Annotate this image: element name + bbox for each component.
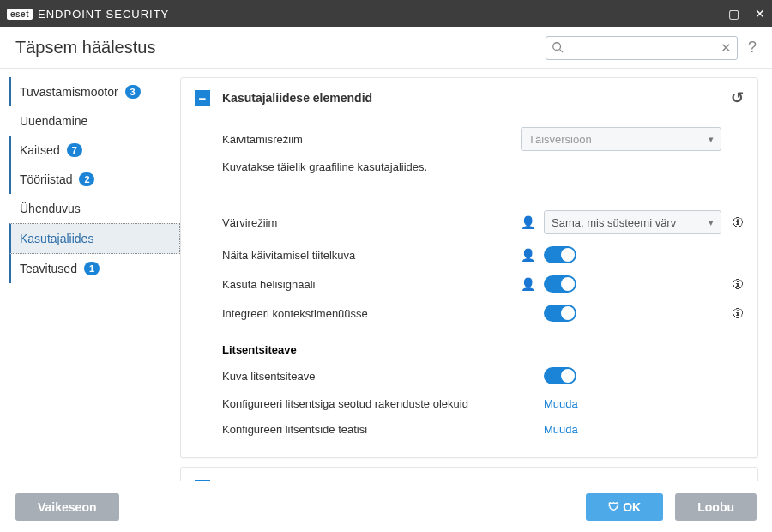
- sidebar-item-label: Tuvastamismootor: [20, 85, 118, 99]
- sidebar-item-label: Kaitsed: [20, 143, 60, 157]
- user-icon: 👤: [521, 215, 535, 229]
- collapse-icon[interactable]: −: [195, 90, 210, 106]
- user-icon: 👤: [521, 277, 535, 291]
- info-icon[interactable]: 🛈: [730, 215, 744, 229]
- app-logo: eset ENDPOINT SECURITY: [7, 8, 169, 21]
- header: Täpsem häälestus ✕ ?: [0, 27, 772, 69]
- window-close-icon[interactable]: ✕: [755, 7, 765, 21]
- color-mode-select[interactable]: Sama, mis süsteemi värv ▾: [544, 210, 721, 234]
- startup-mode-select[interactable]: Täisversioon ▾: [521, 127, 721, 151]
- ok-button[interactable]: 🛡 OK: [586, 493, 663, 521]
- select-value: Sama, mis süsteemi värv: [552, 216, 676, 229]
- sidebar-item-label: Uuendamine: [20, 114, 87, 128]
- page-title: Täpsem häälestus: [15, 38, 155, 57]
- sidebar-item-label: Teavitused: [20, 262, 77, 275]
- badge: 1: [84, 262, 100, 275]
- chevron-down-icon: ▾: [709, 134, 714, 145]
- cancel-button[interactable]: Loobu: [675, 493, 757, 521]
- color-mode-label: Värvirežiim: [222, 216, 521, 229]
- reset-icon[interactable]: ↺: [707, 478, 720, 481]
- panel-ui-elements: − Kasutajaliidese elemendid ↺ Käivitamis…: [180, 77, 758, 458]
- config-license-notice-link[interactable]: Muuda: [544, 423, 578, 436]
- config-license-apps-label: Konfigureeri litsentsiga seotud rakendus…: [222, 397, 521, 410]
- footer: Vaikeseon 🛡 OK Loobu: [0, 481, 772, 532]
- sidebar: Tuvastamismootor 3 Uuendamine Kaitsed 7 …: [0, 69, 180, 481]
- show-splash-label: Näita käivitamisel tiitelkuva: [222, 249, 521, 262]
- sidebar-item-protections[interactable]: Kaitsed 7: [9, 136, 180, 165]
- product-name: ENDPOINT SECURITY: [38, 8, 169, 21]
- panel-title: Kasutajaliidese elemendid: [222, 91, 372, 105]
- show-license-label: Kuva litsentsiteave: [222, 370, 521, 383]
- chevron-down-icon: ▾: [709, 217, 714, 228]
- sidebar-item-tools[interactable]: Tööriistad 2: [9, 165, 180, 194]
- expand-icon[interactable]: +: [195, 480, 210, 481]
- shield-icon: 🛡: [608, 500, 619, 513]
- search-input[interactable]: [546, 36, 738, 60]
- badge: 7: [67, 143, 82, 157]
- panel-access-setup: + Juurdepääsu häälestus ↺ 🛈: [180, 467, 758, 481]
- sidebar-item-label: Tööriistad: [20, 172, 72, 186]
- select-value: Täisversioon: [528, 133, 592, 146]
- svg-line-1: [560, 49, 564, 52]
- info-icon[interactable]: 🛈: [730, 306, 744, 320]
- sidebar-item-connectivity[interactable]: Ühenduvus: [9, 194, 180, 223]
- sidebar-item-label: Kasutajaliides: [20, 232, 93, 245]
- reset-icon[interactable]: ↺: [731, 88, 744, 107]
- sidebar-item-user-interface[interactable]: Kasutajaliides: [9, 223, 180, 254]
- search-icon: [552, 41, 564, 56]
- titlebar: eset ENDPOINT SECURITY ▢ ✕: [0, 0, 772, 27]
- clear-search-icon[interactable]: ✕: [721, 40, 732, 56]
- badge: 2: [79, 172, 94, 186]
- sidebar-item-update[interactable]: Uuendamine: [9, 106, 180, 136]
- startup-mode-note: Kuvatakse täielik graafiline kasutajalii…: [222, 157, 744, 189]
- use-sound-label: Kasuta helisignaali: [222, 278, 521, 291]
- startup-mode-label: Käivitamisrežiim: [222, 133, 521, 146]
- show-license-toggle[interactable]: [544, 367, 576, 384]
- info-icon[interactable]: 🛈: [730, 277, 744, 291]
- integrate-context-toggle[interactable]: [544, 305, 576, 322]
- badge: 3: [125, 85, 141, 99]
- integrate-context-label: Integreeri kontekstimenüüsse: [222, 307, 521, 320]
- svg-point-0: [553, 42, 561, 50]
- search-box: ✕: [546, 36, 738, 60]
- config-license-notice-label: Konfigureeri litsentside teatisi: [222, 423, 521, 436]
- sidebar-item-notifications[interactable]: Teavitused 1: [9, 254, 180, 283]
- window-maximize-icon[interactable]: ▢: [728, 7, 739, 21]
- sidebar-item-label: Ühenduvus: [20, 202, 81, 215]
- show-splash-toggle[interactable]: [544, 246, 576, 263]
- license-section-heading: Litsentsiteave: [222, 328, 744, 361]
- main-content: − Kasutajaliidese elemendid ↺ Käivitamis…: [180, 69, 772, 481]
- defaults-button[interactable]: Vaikeseon: [15, 493, 119, 521]
- help-icon[interactable]: ?: [748, 39, 757, 57]
- user-icon: 👤: [521, 248, 535, 262]
- ok-button-label: OK: [623, 500, 641, 514]
- use-sound-toggle[interactable]: [544, 275, 576, 293]
- brand-badge: eset: [7, 9, 33, 20]
- sidebar-item-detection-engine[interactable]: Tuvastamismootor 3: [9, 77, 180, 106]
- config-license-apps-link[interactable]: Muuda: [544, 397, 578, 410]
